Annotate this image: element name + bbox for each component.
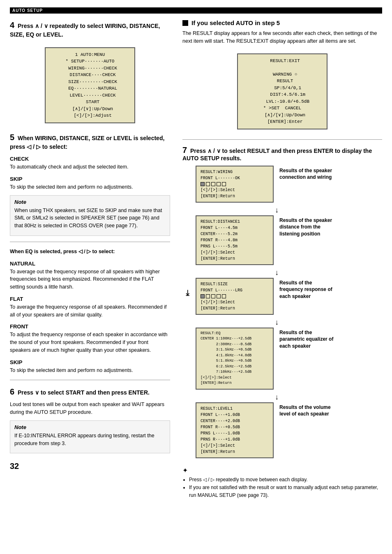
- step7-heading: Press ∧ / ∨ to select RESULT and then pr…: [182, 148, 372, 162]
- step6-desc: Loud test tones will be output from each…: [10, 401, 170, 416]
- step6-note-title: Note: [14, 424, 166, 430]
- step6-num: 6: [10, 387, 14, 396]
- result-exit-lcd: RESULT:EXIT WARNING ○ RESULT SP:5/4/0,1 …: [237, 53, 327, 129]
- skip-label: SKIP: [10, 176, 170, 182]
- skip-desc: To skip the selected item and perform no…: [10, 183, 170, 191]
- if-selected-heading: If you selected AUTO in step 5: [191, 19, 280, 26]
- right-column: If you selected AUTO in step 5 The RESUL…: [182, 19, 382, 499]
- result-wiring-row: RESULT:WIRING FRONT L·······OK [<]/[>]:: [196, 166, 333, 203]
- arrow-down-2: ↓: [220, 268, 333, 277]
- result-level-row: RESULT:LEVEL1 FRONT L···+1.0dB CENTER···…: [196, 402, 333, 458]
- step5-section: 5 When WIRING, DISTANCE, SIZE or LEVEL i…: [10, 132, 170, 374]
- if-selected-desc: The RESULT display appears for a few sec…: [182, 30, 382, 45]
- eq-heading: When EQ is selected, press ◁ / ▷ to sele…: [10, 248, 170, 256]
- check-desc: To automatically check and adjust the se…: [10, 163, 170, 171]
- note-title: Note: [14, 199, 166, 205]
- step4-heading: Press ∧ / ∨ repeatedly to select WIRING,…: [10, 23, 160, 38]
- step6-heading: Press ∨ to select START and then press E…: [18, 389, 150, 396]
- note-text: When using THX speakers, set SIZE to SKI…: [14, 207, 166, 230]
- result-wiring-label: Results of the speakerconnection and wir…: [279, 166, 332, 181]
- result-size-row: RESULT:SIZE FRONT L·······LRG [<]/[>]:S: [196, 278, 333, 315]
- natural-desc: To average out the frequency response of…: [10, 268, 170, 291]
- divider2: [10, 380, 170, 380]
- tip-section: ✦ Press ◁ / ▷ repeatedly to move between…: [182, 466, 382, 500]
- arrow-down-4: ↓: [220, 393, 333, 402]
- arrow-down-3: ↓: [220, 318, 333, 327]
- step5-heading: When WIRING, DISTANCE, SIZE or LEVEL is …: [10, 135, 164, 150]
- if-selected-section: If you selected AUTO in step 5 The RESUL…: [182, 19, 382, 134]
- bracket-arrows: ⇤: [182, 166, 192, 461]
- result-size-lcd: RESULT:SIZE FRONT L·······LRG [<]/[>]:S: [196, 278, 274, 315]
- result-distance-lcd: RESULT:DISTANCE1 FRONT L····4.5m CENTER·…: [196, 215, 274, 265]
- result-level-label: Results of the volumelevel of each speak…: [279, 402, 331, 418]
- step5-num: 5: [10, 133, 14, 142]
- flat-label: FLAT: [10, 296, 170, 302]
- step7-num: 7: [182, 145, 187, 155]
- step6-note-text: If E-10:INTERNAL ERROR appears during te…: [14, 432, 166, 448]
- step6-section: 6 Press ∨ to select START and then press…: [10, 386, 170, 453]
- front-label: FRONT: [10, 323, 170, 330]
- check-label: CHECK: [10, 156, 170, 162]
- result-size-label: Results of thefrequency response ofeach …: [279, 278, 332, 300]
- left-bracket: ⇤: [182, 178, 192, 408]
- divider: [10, 242, 170, 242]
- results-chain: ⇤ RESULT:WIRING FRONT L·······OK: [182, 166, 382, 461]
- natural-label: NATURAL: [10, 261, 170, 267]
- result-eq-label: Results of theparametric equalizer ofeac…: [279, 328, 333, 350]
- step6-note: Note If E-10:INTERNAL ERROR appears duri…: [10, 420, 170, 454]
- skip2-label: SKIP: [10, 359, 170, 365]
- step7-section: 7 Press ∧ / ∨ to select RESULT and then …: [182, 145, 382, 500]
- tip-bullets: Press ◁ / ▷ repeatedly to move between e…: [182, 476, 382, 500]
- step4-section: 4 Press ∧ / ∨ repeatedly to select WIRIN…: [10, 19, 170, 127]
- divider3: [182, 139, 382, 140]
- header-title: AUTO SETUP: [12, 8, 43, 13]
- results-list: RESULT:WIRING FRONT L·······OK [<]/[>]:: [196, 166, 333, 461]
- step5-note: Note When using THX speakers, set SIZE t…: [10, 195, 170, 236]
- result-level-lcd: RESULT:LEVEL1 FRONT L···+1.0dB CENTER···…: [196, 402, 274, 458]
- skip2-desc: To skip the selected item and perform no…: [10, 367, 170, 374]
- arrow-down-1: ↓: [220, 206, 333, 215]
- result-distance-label: Results of the speakerdistance from thel…: [279, 215, 332, 238]
- flat-desc: To average the frequency response of all…: [10, 303, 170, 319]
- result-wiring-lcd: RESULT:WIRING FRONT L·······OK [<]/[>]:: [196, 166, 274, 203]
- step4-num: 4: [10, 21, 14, 30]
- front-desc: To adjust the frequency response of each…: [10, 331, 170, 354]
- tip-bullet-2: If you are not satisfied with the result…: [189, 484, 382, 499]
- result-eq-row: RESULT:EQ CENTER 1:100Hz···+2.5dB 2:300H…: [196, 328, 333, 390]
- tip-bullet-1: Press ◁ / ▷ repeatedly to move between e…: [189, 476, 382, 484]
- left-column: 4 Press ∧ / ∨ repeatedly to select WIRIN…: [10, 19, 170, 499]
- header-bar: AUTO SETUP: [10, 7, 382, 14]
- page-number: 32: [10, 462, 170, 471]
- result-eq-lcd: RESULT:EQ CENTER 1:100Hz···+2.5dB 2:300H…: [196, 328, 274, 390]
- step4-lcd: 1 AUTO:MENU * SETUP·······AUTO WIRING···…: [45, 47, 135, 123]
- result-distance-row: RESULT:DISTANCE1 FRONT L····4.5m CENTER·…: [196, 215, 333, 265]
- tip-icon: ✦: [182, 466, 382, 474]
- black-square-icon: [182, 20, 188, 26]
